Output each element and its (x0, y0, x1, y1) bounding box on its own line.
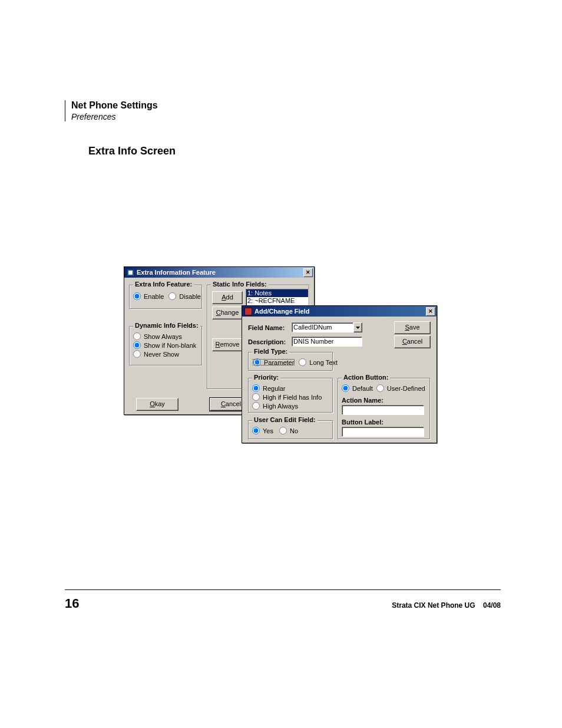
legend-user-edit: User Can Edit Field: (252, 416, 318, 423)
radio-never-show[interactable]: Never Show (133, 350, 199, 358)
radio-show-always[interactable]: Show Always (133, 332, 199, 340)
chevron-down-icon[interactable] (353, 322, 362, 332)
radio-disable-label: Disable (179, 293, 201, 300)
radio-default-label: Default (352, 385, 373, 392)
radio-default[interactable]: Default (342, 384, 373, 392)
action-name-label: Action Name: (342, 397, 427, 404)
titlebar-add-change: Add/Change Field ✕ (242, 306, 437, 317)
radio-high-if[interactable]: High if Field has Info (252, 393, 329, 401)
radio-no-label: No (290, 427, 298, 434)
radio-regular-label: Regular (263, 385, 286, 392)
legend-extra-info-feature: Extra Info Feature: (133, 281, 194, 288)
group-field-type: Field Type: Parameter Long Text (248, 352, 333, 371)
close-icon[interactable]: ✕ (303, 268, 313, 277)
group-action-button: Action Button: Default User-Defined Acti… (338, 378, 431, 440)
remove-button[interactable]: Remove (212, 338, 243, 351)
group-dynamic-info: Dynamic Info Fields: Show Always Show if… (129, 326, 203, 366)
close-icon[interactable]: ✕ (426, 307, 435, 316)
radio-enable[interactable]: Enable (133, 292, 164, 300)
save-rest: ave (409, 324, 420, 331)
description-label: Description: (248, 338, 289, 345)
remove-button-rest: emove (220, 341, 239, 348)
button-label-input[interactable] (342, 427, 424, 437)
legend-static-info: Static Info Fields: (211, 281, 269, 288)
add-button-rest: dd (226, 294, 233, 301)
field-name-combo[interactable]: CalledIDNum (292, 322, 362, 332)
button-label-label: Button Label: (342, 419, 427, 426)
change-button[interactable]: Change (212, 307, 243, 319)
window-title: Extra Information Feature (137, 267, 216, 278)
radio-user-defined[interactable]: User-Defined (376, 384, 425, 392)
page-header-subtitle: Preferences (71, 112, 501, 121)
radio-show-always-label: Show Always (144, 333, 182, 340)
legend-priority: Priority: (252, 374, 280, 381)
radio-user-defined-label: User-Defined (387, 385, 425, 392)
radio-show-if-nonblank-label: Show if Non-blank (144, 342, 196, 349)
list-item[interactable]: 2: ~RECFNAME (246, 297, 308, 305)
group-priority: Priority: Regular High if Field has Info… (248, 378, 333, 413)
titlebar-icon (244, 308, 252, 315)
radio-long-text-label: Long Text (309, 359, 338, 366)
radio-regular[interactable]: Regular (252, 384, 329, 392)
legend-dynamic-info: Dynamic Info Fields: (133, 322, 200, 329)
radio-high-always-label: High Always (263, 403, 298, 410)
radio-long-text[interactable]: Long Text (299, 358, 338, 366)
footer-date: 04/08 (483, 601, 501, 610)
save-button[interactable]: Save (394, 321, 431, 334)
radio-disable[interactable]: Disable (168, 292, 201, 300)
window-add-change-field: Add/Change Field ✕ Field Name: CalledIDN… (242, 305, 437, 443)
radio-no[interactable]: No (279, 427, 298, 434)
group-user-edit: User Can Edit Field: Yes No (248, 420, 333, 440)
radio-enable-label: Enable (144, 293, 164, 300)
radio-show-if-nonblank[interactable]: Show if Non-blank (133, 341, 199, 349)
cancel-rest: ancel (226, 400, 241, 407)
cancel-button-2[interactable]: Cancel (394, 335, 431, 348)
cancel-rest-2: ancel (407, 338, 422, 345)
list-item[interactable]: 1: Notes (246, 289, 308, 297)
titlebar-icon (127, 269, 134, 276)
radio-high-always[interactable]: High Always (252, 402, 329, 410)
footer-doc-title: Strata CIX Net Phone UG (392, 601, 475, 610)
radio-yes-label: Yes (263, 427, 273, 434)
field-name-label: Field Name: (248, 324, 289, 331)
okay-button[interactable]: Okay (136, 398, 178, 411)
legend-field-type: Field Type: (252, 348, 289, 355)
legend-action-button: Action Button: (342, 374, 390, 381)
radio-yes[interactable]: Yes (252, 427, 273, 434)
window-title: Add/Change Field (254, 306, 310, 317)
radio-parameter[interactable]: Parameter (252, 358, 295, 366)
screenshot-composite: Extra Information Feature ✕ Extra Info F… (124, 266, 442, 443)
page-header-title: Net Phone Settings (71, 100, 501, 111)
add-button[interactable]: Add (212, 291, 243, 304)
action-name-input[interactable] (342, 405, 424, 415)
group-extra-info-feature: Extra Info Feature: Enable Disable (129, 285, 203, 309)
radio-parameter-label: Parameter (264, 359, 294, 366)
change-button-rest: hange (221, 309, 239, 316)
okay-rest: kay (155, 400, 165, 407)
radio-high-if-label: High if Field has Info (263, 394, 322, 401)
titlebar-extra-info: Extra Information Feature ✕ (124, 267, 314, 278)
section-title: Extra Info Screen (88, 145, 501, 157)
description-input[interactable]: DNIS Number (292, 337, 362, 347)
field-name-input[interactable]: CalledIDNum (292, 322, 353, 332)
page-number: 16 (65, 596, 79, 611)
radio-never-show-label: Never Show (144, 351, 179, 358)
page-footer: 16 Strata CIX Net Phone UG 04/08 (65, 589, 501, 611)
